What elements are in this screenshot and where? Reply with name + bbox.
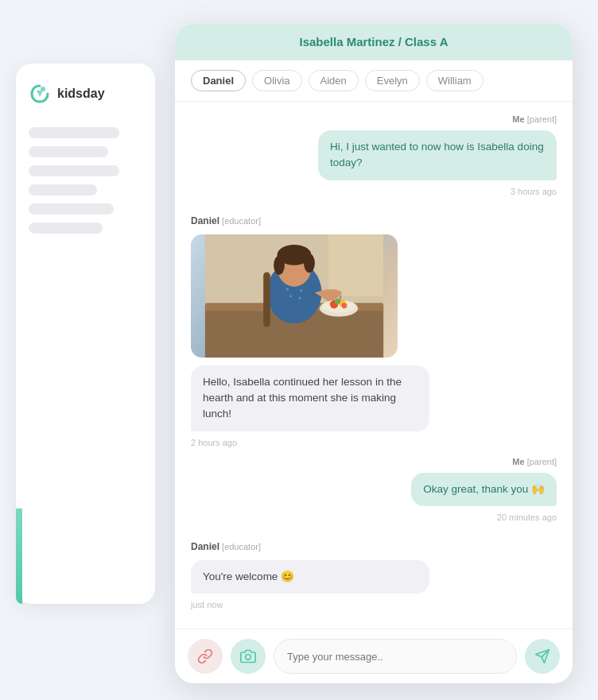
msg-meta-sent-1: Me [parent] [191,114,557,124]
svg-point-15 [304,253,315,273]
send-icon [534,648,550,664]
timestamp-recv-2: 2 hours ago [191,438,557,447]
sidebar-nav-list [29,127,142,234]
sender-name-4: Daniel [191,541,219,552]
chat-card: Isabella Martinez / Class A Daniel Olivi… [175,24,573,683]
svg-point-7 [286,288,289,290]
sidebar-nav-item [29,184,97,195]
tab-william[interactable]: William [426,70,483,91]
msg-meta-recv-2: Daniel [educator] [191,215,557,226]
sidebar-nav-item [29,146,108,157]
chat-tabs: Daniel Olivia Aiden Evelyn William [175,60,573,102]
sender-role-1: [parent] [527,114,557,124]
camera-button[interactable] [231,639,266,674]
logo-area: kidsday [29,83,142,105]
svg-rect-22 [263,272,270,327]
camera-icon [240,648,256,664]
svg-point-0 [41,87,45,91]
sender-name-2: Daniel [191,215,219,226]
timestamp-recv-4: just now [191,600,557,609]
sender-role-3: [parent] [527,457,557,466]
attachment-button[interactable] [188,639,223,674]
svg-point-10 [289,294,292,296]
tab-olivia[interactable]: Olivia [252,70,302,91]
sidebar-accent [16,509,22,604]
bubble-recv-2: Hello, Isabella continued her lesson in … [191,365,429,431]
send-button[interactable] [525,639,560,674]
svg-point-21 [342,303,348,308]
logo-text: kidsday [57,87,105,101]
bubble-sent-1: Hi, I just wanted to now how is Isabella… [318,130,557,180]
tab-daniel[interactable]: Daniel [191,70,246,91]
bubble-recv-4: You're welcome 😊 [191,560,429,594]
sidebar-nav-item [29,165,119,176]
bubble-sent-3: Okay great, thank you 🙌 [411,473,557,506]
sender-role-4: [educator] [222,542,261,551]
kidsday-logo-icon [29,83,51,105]
chat-header: Isabella Martinez / Class A [175,24,573,60]
messages-area: Me [parent] Hi, I just wanted to now how… [175,102,573,628]
chat-image [191,234,398,358]
svg-rect-3 [328,234,383,296]
svg-point-9 [300,289,302,292]
background-sidebar: kidsday [16,64,155,604]
tab-evelyn[interactable]: Evelyn [365,70,420,91]
svg-point-23 [246,655,251,660]
timestamp-sent-1: 3 hours ago [191,187,557,196]
tab-aiden[interactable]: Aiden [309,70,359,91]
sender-name-1: Me [512,114,524,124]
svg-point-11 [298,296,301,299]
input-area [175,628,573,683]
message-input[interactable] [274,639,517,674]
sender-role-2: [educator] [222,216,261,226]
sidebar-nav-item [29,203,114,215]
sender-name-3: Me [512,457,524,466]
msg-meta-recv-4: Daniel [educator] [191,541,557,552]
msg-meta-sent-3: Me [parent] [191,457,557,466]
svg-point-14 [274,255,285,274]
sidebar-nav-item [29,222,103,234]
attachment-icon [197,648,213,664]
sidebar-nav-item [29,127,119,138]
chat-header-title: Isabella Martinez / Class A [299,35,448,48]
timestamp-sent-3: 20 minutes ago [191,512,557,522]
